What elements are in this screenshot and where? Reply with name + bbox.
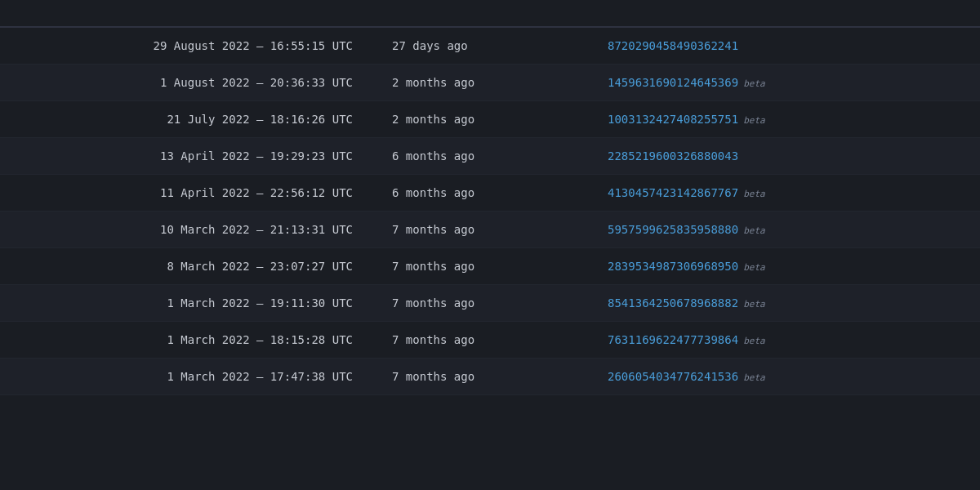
seen-date-cell: 8 March 2022 – 23:07:27 UTC xyxy=(0,248,372,285)
relative-date-cell: 27 days ago xyxy=(372,27,588,65)
relative-date-cell: 6 months ago xyxy=(372,138,588,175)
manifest-id-link[interactable]: 1003132427408255751 xyxy=(608,113,738,126)
manifest-id-link[interactable]: 5957599625835958880 xyxy=(608,223,738,236)
manifest-id-link[interactable]: 1459631690124645369 xyxy=(608,76,738,89)
table-row: 8 March 2022 – 23:07:27 UTC7 months ago2… xyxy=(0,248,980,285)
manifest-id-header xyxy=(588,0,980,27)
beta-badge: beta xyxy=(743,262,765,273)
beta-badge: beta xyxy=(743,299,765,310)
table-row: 29 August 2022 – 16:55:15 UTC27 days ago… xyxy=(0,27,980,65)
beta-badge: beta xyxy=(743,115,765,126)
seen-date-cell: 13 April 2022 – 19:29:23 UTC xyxy=(0,138,372,175)
beta-badge: beta xyxy=(743,189,765,199)
seen-date-cell: 1 March 2022 – 17:47:38 UTC xyxy=(0,359,372,395)
table-row: 1 March 2022 – 18:15:28 UTC7 months ago7… xyxy=(0,322,980,359)
table-row: 1 March 2022 – 19:11:30 UTC7 months ago8… xyxy=(0,285,980,322)
relative-date-cell: 2 months ago xyxy=(372,65,588,101)
beta-badge: beta xyxy=(743,336,765,346)
table-header-row xyxy=(0,0,980,27)
relative-date-cell: 7 months ago xyxy=(372,285,588,322)
manifest-id-cell: 8720290458490362241 xyxy=(588,27,980,65)
manifest-id-link[interactable]: 4130457423142867767 xyxy=(608,186,738,199)
relative-date-cell: 6 months ago xyxy=(372,175,588,212)
seen-date-cell: 1 March 2022 – 18:15:28 UTC xyxy=(0,322,372,359)
seen-date-cell: 10 March 2022 – 21:13:31 UTC xyxy=(0,212,372,248)
manifest-id-link[interactable]: 2285219600326880043 xyxy=(608,149,738,163)
seen-date-cell: 1 March 2022 – 19:11:30 UTC xyxy=(0,285,372,322)
table-row: 13 April 2022 – 19:29:23 UTC6 months ago… xyxy=(0,138,980,175)
seen-date-header xyxy=(0,0,372,27)
manifest-id-cell: 2839534987306968950beta xyxy=(588,248,980,285)
beta-badge: beta xyxy=(743,225,765,236)
manifest-id-cell: 2606054034776241536beta xyxy=(588,359,980,395)
table-row: 10 March 2022 – 21:13:31 UTC7 months ago… xyxy=(0,212,980,248)
table-row: 1 March 2022 – 17:47:38 UTC7 months ago2… xyxy=(0,359,980,395)
manifest-id-cell: 1459631690124645369beta xyxy=(588,65,980,101)
manifest-id-cell: 1003132427408255751beta xyxy=(588,101,980,138)
manifest-id-link[interactable]: 2839534987306968950 xyxy=(608,260,738,273)
seen-date-cell: 11 April 2022 – 22:56:12 UTC xyxy=(0,175,372,212)
manifest-id-cell: 8541364250678968882beta xyxy=(588,285,980,322)
relative-date-cell: 7 months ago xyxy=(372,322,588,359)
manifest-id-cell: 4130457423142867767beta xyxy=(588,175,980,212)
seen-date-cell: 21 July 2022 – 18:16:26 UTC xyxy=(0,101,372,138)
table-row: 1 August 2022 – 20:36:33 UTC2 months ago… xyxy=(0,65,980,101)
table-row: 21 July 2022 – 18:16:26 UTC2 months ago1… xyxy=(0,101,980,138)
manifest-id-cell: 5957599625835958880beta xyxy=(588,212,980,248)
relative-date-cell: 2 months ago xyxy=(372,101,588,138)
relative-date-header xyxy=(372,0,588,27)
seen-date-cell: 29 August 2022 – 16:55:15 UTC xyxy=(0,27,372,65)
manifest-table: 29 August 2022 – 16:55:15 UTC27 days ago… xyxy=(0,0,980,395)
manifest-id-link[interactable]: 8541364250678968882 xyxy=(608,296,738,310)
relative-date-cell: 7 months ago xyxy=(372,212,588,248)
seen-date-cell: 1 August 2022 – 20:36:33 UTC xyxy=(0,65,372,101)
manifest-id-link[interactable]: 2606054034776241536 xyxy=(608,370,738,383)
relative-date-cell: 7 months ago xyxy=(372,359,588,395)
table-row: 11 April 2022 – 22:56:12 UTC6 months ago… xyxy=(0,175,980,212)
manifest-id-cell: 2285219600326880043 xyxy=(588,138,980,175)
manifest-table-container: 29 August 2022 – 16:55:15 UTC27 days ago… xyxy=(0,0,980,395)
manifest-id-link[interactable]: 7631169622477739864 xyxy=(608,333,738,346)
relative-date-cell: 7 months ago xyxy=(372,248,588,285)
beta-badge: beta xyxy=(743,78,765,89)
manifest-id-cell: 7631169622477739864beta xyxy=(588,322,980,359)
beta-badge: beta xyxy=(743,372,765,383)
manifest-id-link[interactable]: 8720290458490362241 xyxy=(608,39,738,52)
